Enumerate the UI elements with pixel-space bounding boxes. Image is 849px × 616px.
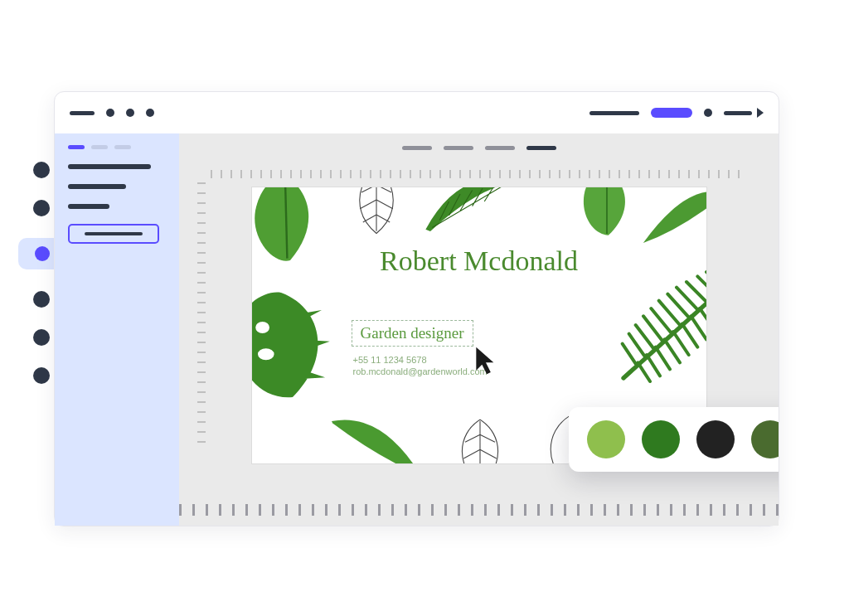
panel-item-3[interactable] [68, 204, 109, 209]
panel-tabs [68, 145, 169, 149]
toolbar-next[interactable] [724, 108, 764, 118]
card-email[interactable]: rob.mcdonald@gardenworld.com [353, 366, 488, 376]
panel-item-2[interactable] [68, 184, 126, 189]
ruler-bottom [179, 492, 779, 526]
toolbar-dot-1[interactable] [106, 109, 114, 117]
leaf-outline-icon [434, 414, 526, 464]
panel-item-selected[interactable] [68, 224, 159, 244]
rail-tool-1[interactable] [33, 162, 50, 178]
color-swatch-3[interactable] [696, 420, 735, 458]
rail-tool-5[interactable] [33, 329, 50, 346]
card-role: Garden designer [361, 324, 464, 342]
canvas-tab-1[interactable] [402, 146, 432, 150]
palm-leaf-icon [327, 410, 426, 464]
leaf-outline-icon [335, 187, 418, 237]
toolbar-primary-button[interactable] [651, 108, 692, 118]
menu-icon[interactable] [70, 111, 95, 115]
rail-tool-active-wrap [18, 238, 56, 269]
toolbar-dot-4[interactable] [704, 109, 712, 117]
canvas-area: Robert Mcdonald Garden designer +55 11 1… [179, 133, 779, 526]
rail-tool-6[interactable] [33, 367, 50, 384]
rail-tool-4[interactable] [33, 291, 50, 308]
canvas-tab-4[interactable] [526, 146, 556, 150]
panel-tab-2[interactable] [91, 145, 108, 149]
color-swatch-4[interactable] [751, 420, 779, 458]
card-phone[interactable]: +55 11 1234 5678 [353, 355, 427, 365]
card-name[interactable]: Robert Mcdonald [252, 245, 706, 277]
rail-tool-2[interactable] [33, 200, 50, 216]
rail-tool-3[interactable] [35, 246, 50, 261]
card-role-selection[interactable]: Garden designer [352, 320, 473, 347]
monstera-leaf-icon [251, 287, 339, 403]
canvas-tab-3[interactable] [485, 146, 515, 150]
panel-item-1[interactable] [68, 164, 151, 169]
chevron-right-icon [757, 108, 764, 118]
editor-body: Robert Mcdonald Garden designer +55 11 1… [55, 133, 779, 526]
canvas-tab-2[interactable] [444, 146, 473, 150]
canvas-tabs [179, 133, 779, 162]
color-swatch-2[interactable] [642, 420, 680, 458]
editor-window: Robert Mcdonald Garden designer +55 11 1… [54, 91, 779, 526]
palm-frond-icon [607, 266, 707, 390]
color-swatch-1[interactable] [587, 420, 625, 458]
top-toolbar [55, 92, 779, 133]
ruler-vertical [197, 178, 206, 443]
toolbar-action-1[interactable] [589, 111, 639, 115]
color-palette-popover [569, 407, 779, 472]
left-panel [55, 133, 179, 526]
panel-tab-3[interactable] [114, 145, 131, 149]
toolbar-dot-2[interactable] [126, 109, 134, 117]
tool-rail [33, 162, 56, 384]
toolbar-dot-3[interactable] [146, 109, 154, 117]
ruler-horizontal [211, 170, 747, 178]
palm-leaf-icon [418, 187, 517, 239]
panel-tab-1[interactable] [68, 145, 85, 149]
